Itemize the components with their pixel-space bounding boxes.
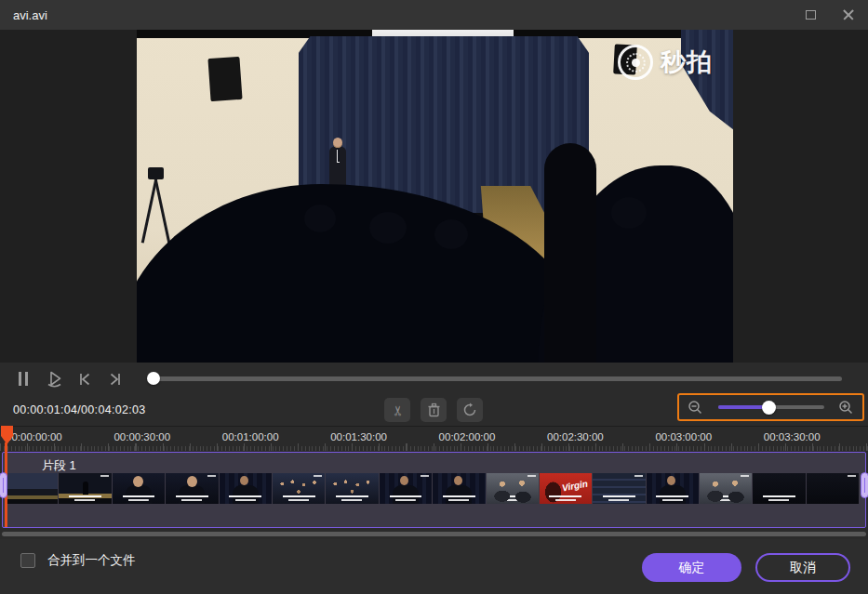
tool-row: 00:00:01:04/00:04:02:03 ✂ bbox=[0, 395, 868, 426]
filmstrip-thumbnail bbox=[647, 473, 699, 504]
zoom-in-icon[interactable] bbox=[838, 400, 854, 416]
filmstrip-thumbnail bbox=[807, 473, 859, 504]
camera-logo-icon bbox=[618, 45, 653, 80]
ruler-label: 00:02:30:00 bbox=[547, 431, 604, 442]
ruler-label: 00:03:30:00 bbox=[764, 431, 821, 442]
ruler-label: 00:00:30:00 bbox=[114, 431, 170, 442]
footer-bar: 合并到一个文件 确定 取消 bbox=[0, 539, 868, 594]
ruler-label: 00:03:00:00 bbox=[655, 431, 712, 442]
video-preview: 秒拍 bbox=[137, 30, 733, 363]
seek-thumb[interactable] bbox=[147, 372, 160, 385]
maximize-icon[interactable] bbox=[806, 10, 816, 20]
filmstrip-thumbnail bbox=[433, 473, 485, 504]
titlebar: avi.avi bbox=[0, 0, 868, 30]
timeline-ruler[interactable]: 00:00:00:0000:00:30:0000:01:00:0000:01:3… bbox=[0, 426, 868, 452]
play-icon[interactable] bbox=[44, 368, 64, 390]
scene-standing-figure bbox=[544, 143, 596, 363]
filmstrip-thumbnail bbox=[6, 473, 58, 504]
ok-button[interactable]: 确定 bbox=[642, 553, 741, 582]
clip-track[interactable]: 片段 1 Virgin bbox=[2, 452, 866, 528]
pause-icon[interactable] bbox=[13, 368, 33, 390]
delete-button[interactable] bbox=[421, 398, 447, 422]
trim-handle-left[interactable] bbox=[0, 472, 7, 498]
cancel-button[interactable]: 取消 bbox=[755, 553, 850, 582]
ruler-label: 00:00:00:00 bbox=[6, 431, 62, 442]
filmstrip-thumbnail bbox=[220, 473, 272, 504]
filmstrip[interactable]: Virgin bbox=[6, 473, 861, 504]
reset-button[interactable] bbox=[457, 398, 483, 422]
filmstrip-thumbnail bbox=[487, 473, 539, 504]
scene-wall-speaker bbox=[207, 57, 242, 101]
scene-head bbox=[304, 205, 336, 232]
ruler-label: 00:01:00:00 bbox=[222, 431, 279, 442]
reset-icon bbox=[462, 403, 477, 417]
merge-checkbox[interactable] bbox=[20, 553, 35, 568]
filmstrip-thumbnail bbox=[59, 473, 111, 504]
scene-head bbox=[434, 219, 468, 249]
watermark-text: 秒拍 bbox=[661, 46, 713, 79]
filmstrip-thumbnail: Virgin bbox=[540, 473, 592, 504]
horizontal-scrollbar[interactable] bbox=[2, 532, 866, 536]
video-stage: 秒拍 bbox=[0, 30, 868, 363]
clip-label: 片段 1 bbox=[42, 457, 76, 474]
merge-option[interactable]: 合并到一个文件 bbox=[20, 552, 136, 569]
ruler-label: 00:01:30:00 bbox=[330, 431, 387, 442]
window-controls bbox=[806, 8, 855, 21]
filmstrip-thumbnail bbox=[753, 473, 805, 504]
trash-icon bbox=[427, 403, 441, 417]
filmstrip-thumbnail bbox=[113, 473, 165, 504]
prev-frame-icon[interactable] bbox=[74, 368, 95, 390]
thumbnail-logo-text: Virgin bbox=[562, 479, 589, 494]
filmstrip-thumbnail bbox=[593, 473, 645, 504]
filmstrip-thumbnail bbox=[166, 473, 218, 504]
ruler-ticks-major bbox=[0, 443, 868, 451]
filmstrip-thumbnail bbox=[700, 473, 752, 504]
zoom-out-icon[interactable] bbox=[688, 400, 703, 416]
cut-button[interactable]: ✂ bbox=[384, 398, 410, 422]
filmstrip-thumbnail bbox=[326, 473, 378, 504]
next-frame-icon[interactable] bbox=[105, 368, 126, 390]
zoom-slider-thumb[interactable] bbox=[762, 401, 776, 415]
close-icon[interactable] bbox=[842, 8, 855, 21]
scene-head bbox=[369, 212, 407, 244]
zoom-slider[interactable] bbox=[718, 405, 824, 409]
watermark: 秒拍 bbox=[618, 45, 713, 80]
time-display: 00:00:01:04/00:04:02:03 bbox=[13, 403, 145, 416]
ruler-label: 00:02:00:00 bbox=[439, 431, 496, 442]
filmstrip-thumbnail bbox=[273, 473, 325, 504]
scene-head bbox=[611, 197, 647, 229]
trim-handle-right[interactable] bbox=[861, 472, 868, 498]
edit-buttons: ✂ bbox=[384, 398, 483, 422]
transport-buttons bbox=[13, 363, 126, 395]
merge-checkbox-label: 合并到一个文件 bbox=[47, 552, 136, 569]
trim-dialog: avi.avi bbox=[0, 0, 868, 594]
zoom-control bbox=[677, 393, 864, 421]
window-title: avi.avi bbox=[13, 8, 47, 22]
scissors-icon: ✂ bbox=[390, 404, 404, 416]
scene-camera-tripod bbox=[142, 167, 170, 251]
seek-slider[interactable] bbox=[149, 376, 842, 381]
transport-row bbox=[0, 363, 868, 395]
filmstrip-thumbnail bbox=[380, 473, 432, 504]
